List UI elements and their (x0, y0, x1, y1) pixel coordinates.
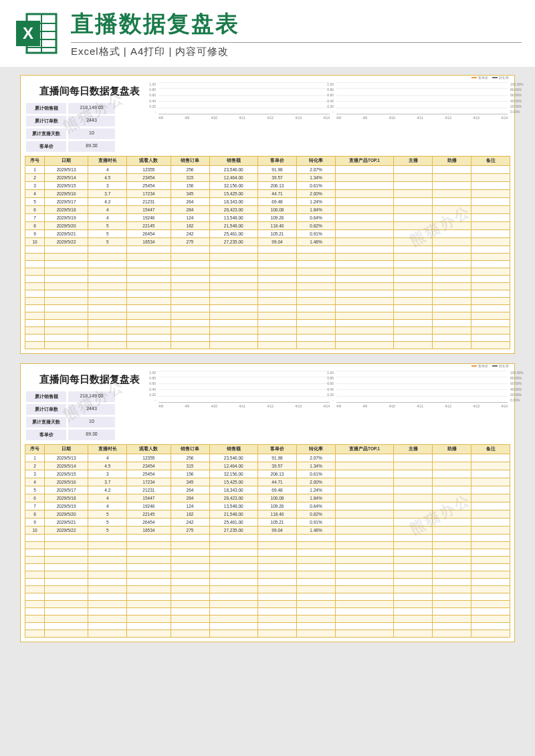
cell (171, 327, 209, 335)
cell (336, 283, 394, 290)
x-tick: 4/11 (239, 116, 245, 120)
cell (127, 283, 171, 290)
cell (88, 549, 127, 557)
cell: 19246 (127, 502, 171, 510)
cell (336, 298, 394, 305)
chart-legend: 客单价 转化率 (471, 76, 509, 80)
cell (258, 593, 297, 601)
cell (433, 182, 471, 190)
cell (209, 320, 258, 327)
y-tick: 0.40 (144, 387, 156, 391)
cell: 23,546.00 (209, 454, 258, 462)
cell (297, 579, 336, 586)
cell: 105.21 (258, 518, 297, 527)
cell: 25454 (127, 182, 171, 190)
chart-right: 客单价 转化率 1.00 0.80 0.60 (335, 82, 509, 122)
column-header: 转化率 (297, 157, 336, 166)
cell (127, 276, 171, 283)
cell: 0.82% (297, 510, 336, 518)
cell (25, 564, 45, 571)
cell: 18534 (127, 238, 171, 246)
banner-text: 直播数据复盘表 Excel格式 | A4打印 | 内容可修改 (71, 9, 522, 58)
y-tick: - (322, 398, 334, 402)
column-header: 日期 (45, 157, 88, 166)
cell (25, 630, 45, 638)
label-unit-price: 客单价 (26, 141, 66, 152)
cell: 2029/5/22 (45, 527, 88, 535)
cell (45, 571, 88, 579)
cell (394, 182, 433, 190)
cell: 275 (171, 527, 209, 535)
cell (336, 305, 394, 312)
cell: 3.7 (88, 190, 127, 198)
cell (471, 549, 510, 557)
cell: 0.61% (297, 470, 336, 478)
table-row: 62029/5/1841544728428,423.00100.081.84% (25, 206, 510, 214)
table-row: 22029/5/144.52345431512,464.0039.571.34% (25, 174, 510, 182)
y-tick: 0.80 (144, 376, 156, 380)
cell (25, 298, 45, 305)
cell (209, 342, 258, 349)
cell: 6 (25, 206, 45, 214)
cell (471, 261, 510, 268)
chart-right: 客单价 转化率 1.00 0.80 0.60 (335, 371, 509, 411)
cell (171, 276, 209, 283)
y-tick: 0.60 (144, 93, 156, 97)
cell (336, 174, 394, 182)
cell: 12355 (127, 166, 171, 174)
cell (297, 586, 336, 593)
cell (258, 320, 297, 327)
legend-conversion: 转化率 (492, 76, 509, 80)
cell (258, 601, 297, 608)
cell (88, 261, 127, 268)
cell (394, 312, 433, 320)
cell (88, 327, 127, 335)
table-row: 52029/5/174.22123126418,343.0069.481.24% (25, 198, 510, 206)
cell (209, 298, 258, 305)
cell (433, 486, 471, 494)
cell (45, 549, 88, 557)
cell (394, 586, 433, 593)
cell: 105.21 (258, 230, 297, 238)
sheet-title: 直播间每日数据复盘表 (26, 373, 153, 386)
y-tick: 80.00% (510, 376, 529, 380)
cell (336, 206, 394, 214)
cell: 182 (171, 222, 209, 230)
cell (258, 261, 297, 268)
cell (336, 527, 394, 535)
table-row: 42029/5/163.71723434515,425.0044.712.00% (25, 190, 510, 198)
y-tick: - (144, 110, 156, 114)
legend-unit-price: 客单价 (471, 76, 488, 80)
cell (25, 246, 45, 254)
cell: 1.34% (297, 174, 336, 182)
cell (88, 246, 127, 254)
cell (471, 454, 510, 462)
cell (25, 305, 45, 312)
sheet-title: 直播间每日数据复盘表 (26, 85, 153, 98)
sheet-instance: 熊猫办公 熊猫办公 直播间每日数据复盘表 累计销售额 218,149.00 累计… (20, 363, 515, 642)
cell (45, 616, 88, 623)
cell: 2029/5/21 (45, 230, 88, 238)
cell (297, 327, 336, 335)
column-header: 观看人数 (127, 445, 171, 454)
cell: 345 (171, 478, 209, 486)
cell (258, 246, 297, 254)
cell (45, 305, 88, 312)
table-row: 52029/5/174.22123126418,343.0069.481.24% (25, 486, 510, 494)
cell (394, 462, 433, 470)
table-row: 92029/5/2152645424225,461.00105.210.91% (25, 230, 510, 238)
table-row: 22029/5/144.52345431512,464.0039.571.34% (25, 462, 510, 470)
cell (297, 630, 336, 638)
cell: 242 (171, 518, 209, 527)
cell (127, 290, 171, 298)
table-body: 12029/5/1341235525623,546.0091.982.07%22… (25, 454, 510, 638)
x-tick: 4/14 (501, 404, 508, 408)
cell (127, 549, 171, 557)
cell: 91.98 (258, 166, 297, 174)
cell (209, 312, 258, 320)
x-tick: 4/9 (362, 404, 367, 408)
y-tick: 0.20 (144, 104, 156, 108)
cell: 2029/5/20 (45, 222, 88, 230)
cell: 21231 (127, 486, 171, 494)
cell (471, 342, 510, 349)
